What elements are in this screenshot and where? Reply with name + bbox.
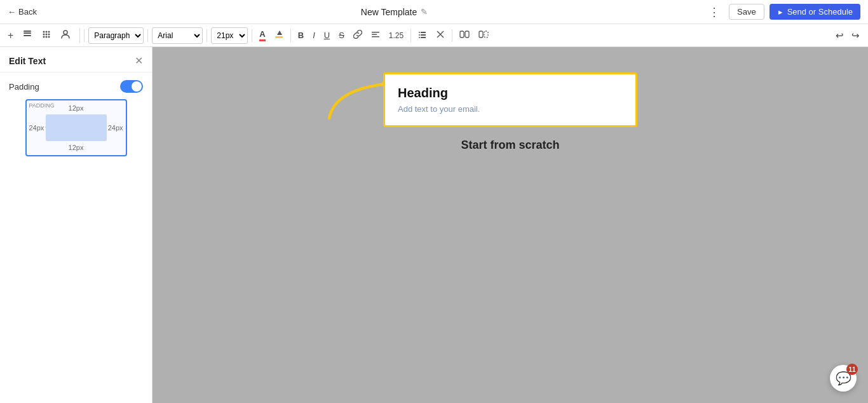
sidebar-padding-section: Padding PADDING 12px 12px 24px ▾ 24px xyxy=(0,72,152,167)
email-block[interactable]: Heading Add text to your email. xyxy=(383,72,637,127)
padding-top-value: 12px xyxy=(69,104,84,112)
font-size-select[interactable]: 21px xyxy=(211,27,248,44)
svg-rect-16 xyxy=(372,36,379,38)
svg-rect-18 xyxy=(421,32,426,33)
toolbar-sep-6 xyxy=(410,29,411,42)
save-button[interactable]: Save xyxy=(729,4,764,20)
svg-point-21 xyxy=(419,37,420,38)
font-select[interactable]: Arial xyxy=(152,27,203,44)
merge-tags-icon xyxy=(459,30,470,39)
top-nav-left: ← Back xyxy=(8,7,84,17)
padding-bottom-value: 12px xyxy=(69,144,84,151)
toolbar-right: ↩ ↪ xyxy=(832,29,863,43)
padding-inner-box xyxy=(46,114,107,141)
user-button[interactable] xyxy=(58,28,73,43)
svg-rect-22 xyxy=(421,37,426,38)
svg-rect-0 xyxy=(24,32,31,34)
unmerge-icon xyxy=(478,30,489,39)
toolbar-sep-7 xyxy=(452,29,452,42)
more-options-button[interactable]: ⋮ xyxy=(705,4,724,20)
send-or-schedule-button[interactable]: ► Send or Schedule xyxy=(770,4,860,20)
send-icon: ► xyxy=(777,8,784,16)
svg-rect-26 xyxy=(465,31,469,38)
svg-point-9 xyxy=(43,36,45,38)
paragraph-select[interactable]: Paragraph xyxy=(88,27,144,44)
padding-toggle[interactable] xyxy=(120,80,143,93)
sidebar-close-button[interactable]: ✕ xyxy=(135,55,143,67)
user-icon xyxy=(60,29,71,39)
link-icon xyxy=(353,30,362,39)
link-button[interactable] xyxy=(350,29,365,42)
unmerge-button[interactable] xyxy=(475,29,492,42)
line-spacing-button[interactable]: 1.25 xyxy=(386,30,407,41)
padding-label: Padding xyxy=(9,82,39,92)
padding-right-value: 24px xyxy=(108,124,123,132)
clear-format-button[interactable] xyxy=(433,29,448,42)
top-nav: ← Back New Template ✎ ⋮ Save ► Send or S… xyxy=(0,0,868,24)
email-subtext: Add text to your email. xyxy=(398,104,623,114)
svg-point-7 xyxy=(46,33,48,35)
toolbar-sep-5 xyxy=(290,29,291,42)
redo-button[interactable]: ↪ xyxy=(848,29,863,43)
text-color-button[interactable]: A xyxy=(256,28,268,43)
padding-row: Padding xyxy=(9,80,143,93)
top-nav-right: ⋮ Save ► Send or Schedule xyxy=(705,4,860,20)
main-layout: Edit Text ✕ Padding PADDING 12px 12px 24… xyxy=(0,47,868,403)
padding-diagram: PADDING 12px 12px 24px ▾ 24px xyxy=(25,99,127,156)
sidebar: Edit Text ✕ Padding PADDING 12px 12px 24… xyxy=(0,47,153,403)
svg-rect-25 xyxy=(460,31,464,38)
list-button[interactable] xyxy=(415,29,430,42)
svg-rect-28 xyxy=(484,31,488,38)
italic-button[interactable]: I xyxy=(309,29,318,41)
undo-redo-group: ↩ ↪ xyxy=(832,29,863,43)
svg-point-4 xyxy=(46,31,48,32)
toggle-knob xyxy=(132,81,142,92)
svg-point-10 xyxy=(46,36,48,38)
layers-button[interactable] xyxy=(20,28,35,43)
svg-point-3 xyxy=(43,31,45,32)
layers-icon xyxy=(22,29,32,39)
sidebar-title: Edit Text xyxy=(9,56,46,66)
toolbar-sep-4 xyxy=(252,29,252,42)
svg-rect-14 xyxy=(372,32,379,33)
svg-rect-2 xyxy=(24,31,31,32)
template-title: New Template xyxy=(361,7,417,17)
email-heading: Heading xyxy=(398,86,623,100)
clear-format-icon xyxy=(436,30,445,39)
back-button[interactable]: ← Back xyxy=(8,7,37,17)
highlight-button[interactable] xyxy=(271,29,287,42)
svg-point-5 xyxy=(48,31,50,32)
padding-diagram-label: PADDING xyxy=(29,102,55,109)
underline-button[interactable]: U xyxy=(321,29,333,41)
svg-point-17 xyxy=(419,32,420,33)
toolbar-sep-1 xyxy=(84,29,85,42)
add-button[interactable]: + xyxy=(5,29,16,43)
grid-icon xyxy=(41,29,51,39)
merge-tags-button[interactable] xyxy=(456,29,473,42)
svg-point-12 xyxy=(64,31,67,34)
email-block-wrapper: Heading Add text to your email. xyxy=(383,72,637,127)
start-from-scratch-label: Start from scratch xyxy=(461,139,559,152)
edit-icon[interactable]: ✎ xyxy=(421,7,428,17)
canvas-area: Heading Add text to your email. Start fr… xyxy=(153,47,868,403)
strikethrough-button[interactable]: S xyxy=(336,29,348,41)
chat-badge-button[interactable]: 💬 11 xyxy=(830,365,857,392)
grid-button[interactable] xyxy=(39,28,54,43)
list-icon xyxy=(418,30,427,39)
text-color-icon: A xyxy=(259,29,265,41)
bold-button[interactable]: B xyxy=(295,29,307,41)
svg-rect-20 xyxy=(421,34,426,36)
align-button[interactable] xyxy=(368,29,383,42)
back-arrow-icon: ← xyxy=(8,7,16,17)
svg-rect-15 xyxy=(372,34,377,36)
back-label: Back xyxy=(18,7,37,17)
chat-badge-count: 11 xyxy=(846,364,858,375)
svg-rect-13 xyxy=(275,36,283,38)
svg-point-19 xyxy=(419,34,420,36)
svg-point-11 xyxy=(48,36,50,38)
svg-rect-1 xyxy=(24,35,31,36)
undo-button[interactable]: ↩ xyxy=(832,29,847,43)
top-nav-center: New Template ✎ xyxy=(84,7,705,17)
svg-point-8 xyxy=(48,33,50,35)
sidebar-header: Edit Text ✕ xyxy=(0,47,152,72)
